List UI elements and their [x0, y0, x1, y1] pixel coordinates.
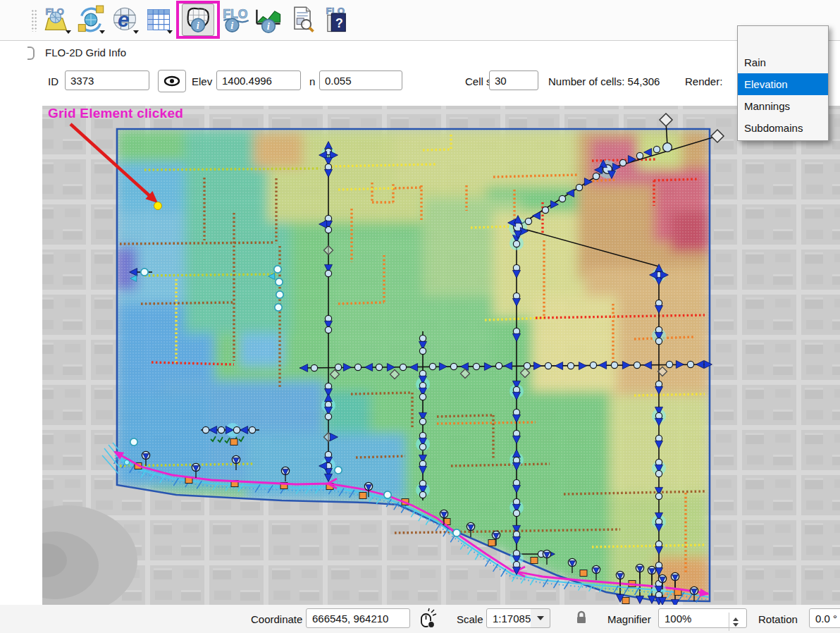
render-option-mannings[interactable]: Mannings — [738, 95, 828, 117]
scale-box[interactable]: 1:17085 — [486, 608, 531, 628]
magnifier-label: Magnifier — [607, 613, 651, 625]
render-dropdown-list: RainElevationManningsSubdomains — [738, 51, 828, 139]
svg-text:i: i — [230, 20, 233, 31]
dropdown-arrow-icon — [99, 30, 105, 34]
scale-dropdown-button[interactable] — [531, 608, 550, 628]
panel-dock-handle-icon[interactable] — [27, 47, 35, 60]
flo2d-help-button[interactable]: FLO ? — [320, 4, 352, 36]
panel-title: FLO-2D Grid Info — [45, 47, 126, 59]
magnifier-value: 100% — [665, 613, 691, 625]
render-dropdown: RainElevationManningsSubdomains — [737, 25, 829, 141]
coordinate-label: Coordinate — [251, 613, 302, 625]
report-icon — [288, 5, 316, 35]
coordinate-box[interactable]: 666545, 964210 — [306, 608, 410, 628]
eye-button[interactable] — [158, 70, 186, 92]
report-button[interactable] — [286, 4, 319, 36]
spin-arrows[interactable] — [729, 613, 742, 631]
coordinate-value: 666545, 964210 — [312, 613, 388, 625]
rotation-spinbox[interactable]: 0.0 ° — [809, 608, 840, 628]
elev-input[interactable] — [216, 70, 301, 90]
schematize-button[interactable]: e — [109, 4, 141, 36]
n-input[interactable] — [319, 70, 402, 90]
svg-text:i: i — [267, 20, 270, 32]
svg-text:i: i — [197, 20, 199, 31]
scale-label: Scale — [457, 613, 483, 625]
grid-info-icon: i — [184, 5, 212, 35]
grid-info-button[interactable]: i — [182, 4, 214, 36]
rotation-label: Rotation — [758, 613, 798, 625]
dropdown-arrow-icon — [133, 30, 139, 34]
render-option-subdomains[interactable]: Subdomains — [738, 117, 828, 139]
flo2d-project-button[interactable]: FLO — [41, 4, 73, 36]
dropdown-arrow-icon — [167, 30, 173, 34]
id-input[interactable] — [65, 70, 149, 90]
number-of-cells-text: Number of cells: 54,306 — [548, 75, 660, 87]
status-bar: Coordinate 666545, 964210 Scale 1:17085 … — [0, 605, 840, 633]
sync-data-button[interactable] — [75, 4, 107, 36]
elev-label: Elev — [192, 75, 212, 87]
chevron-down-icon — [537, 616, 544, 620]
grid-table-button[interactable] — [142, 4, 175, 36]
profile-info-icon: i — [254, 5, 283, 35]
scale-value: 1:17085 — [493, 613, 531, 625]
eye-icon — [163, 75, 180, 87]
rotation-value: 0.0 ° — [815, 613, 837, 625]
map-svg — [42, 106, 840, 605]
flo2d-info-button[interactable]: FLO i — [220, 4, 252, 36]
cell-size-input[interactable] — [489, 70, 538, 90]
svg-text:e: e — [118, 8, 130, 31]
toolbar-drag-handle[interactable] — [31, 9, 37, 32]
render-label: Render: — [685, 75, 722, 87]
svg-text:?: ? — [335, 16, 343, 30]
lock-icon[interactable] — [575, 610, 588, 625]
flo2d-grid-info-window: { "toolbar": { "icons": ["flo2d-project-… — [0, 0, 840, 633]
magnifier-spinbox[interactable]: 100% — [658, 608, 747, 628]
flo2d-help-icon: FLO ? — [322, 5, 350, 35]
mouse-tracking-icon[interactable] — [417, 608, 438, 630]
profile-info-button[interactable]: i — [252, 4, 285, 36]
n-label: n — [309, 75, 315, 87]
map-canvas[interactable]: Grid Element clicked — [42, 106, 840, 605]
flo2d-info-icon: FLO i — [222, 5, 250, 35]
toolbar: FLO e — [0, 0, 840, 41]
render-option-rain[interactable]: Rain — [738, 51, 828, 73]
grid-element-clicked-label: Grid Element clicked — [48, 106, 183, 121]
id-label: ID — [48, 75, 58, 87]
dropdown-arrow-icon — [66, 30, 71, 34]
render-option-elevation[interactable]: Elevation — [738, 73, 828, 95]
